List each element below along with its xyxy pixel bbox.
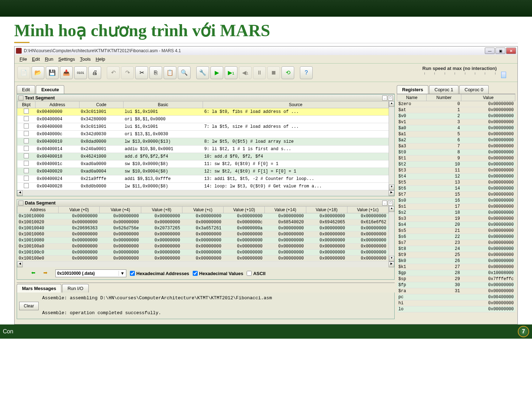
chevron-down-icon[interactable]: ▼ [119, 271, 125, 276]
register-row[interactable]: $ra310x00000000 [397, 288, 515, 294]
register-row[interactable]: $s7230x00000000 [397, 240, 515, 246]
register-row[interactable]: $t3110x00000000 [397, 168, 515, 174]
hex-addresses-checkbox[interactable]: Hexadecimal Addresses [130, 271, 189, 276]
register-row[interactable]: $s3190x00000000 [397, 216, 515, 222]
find-icon[interactable]: 🔍 [178, 66, 191, 79]
register-row[interactable]: $k0260x00000000 [397, 258, 515, 264]
scroll-up-icon[interactable]: ▲ [389, 206, 394, 212]
step-icon[interactable]: ▶₁ [225, 66, 237, 79]
register-row[interactable]: $t6140x00000000 [397, 186, 515, 192]
breakpoint-checkbox[interactable] [24, 146, 29, 151]
maximize-button[interactable]: ▣ [495, 48, 505, 54]
help-icon[interactable]: ? [300, 66, 313, 79]
register-row[interactable]: $s0160x00000000 [397, 198, 515, 204]
scroll-down-icon[interactable]: ▼ [389, 256, 394, 262]
data-seg-hscroll[interactable]: ◀ ▶ [17, 262, 394, 267]
data-seg-row[interactable]: 0x100100600x000000000x000000000x00000000… [17, 231, 389, 237]
open-file-icon[interactable]: 📂 [32, 66, 44, 79]
register-row[interactable]: $s2180x00000000 [397, 210, 515, 216]
maximize-panel-icon[interactable]: □ [388, 201, 393, 206]
register-row[interactable]: $t4120x00000000 [397, 174, 515, 180]
data-seg-row[interactable]: 0x100100c00x000000000x000000000x00000000… [17, 250, 389, 256]
breakpoint-checkbox[interactable] [24, 183, 29, 188]
tab-execute[interactable]: Execute [36, 85, 64, 94]
minimize-panel-icon[interactable]: _ [382, 95, 387, 100]
text-seg-row[interactable]: 0x004000200xad0a0004sw $10,0x0004($8) 12… [17, 168, 389, 175]
menu-help[interactable]: Help [94, 56, 108, 62]
text-seg-hscroll[interactable]: ◀ ▶ [17, 190, 394, 196]
save-as-icon[interactable]: 📥 [60, 66, 73, 79]
minimize-button[interactable]: — [485, 48, 495, 54]
register-row[interactable]: $s6220x00000000 [397, 234, 515, 240]
tab-coproc0[interactable]: Coproc 0 [459, 85, 489, 94]
redo-icon[interactable]: ↷ [121, 66, 134, 79]
register-row[interactable]: $zero00x00000000 [397, 101, 515, 107]
register-row[interactable]: $s4200x00000000 [397, 222, 515, 228]
register-row[interactable]: hi0x00000000 [397, 300, 515, 306]
hex-val-input[interactable] [193, 271, 198, 276]
register-row[interactable]: $t8240x00000000 [397, 246, 515, 252]
register-row[interactable]: $t7150x00000000 [397, 192, 515, 198]
register-row[interactable]: $gp280x10008000 [397, 270, 515, 276]
scroll-right-icon[interactable]: ▶ [389, 262, 394, 267]
data-seg-row[interactable]: 0x100100e00x000000000x000000000x00000000… [17, 256, 389, 262]
minimize-panel-icon[interactable]: _ [382, 201, 387, 206]
text-seg-row[interactable]: 0x004000100x8dad0000lw $13,0x0000($13) 8… [17, 138, 389, 146]
text-seg-vscroll[interactable]: ▲ ▼ [389, 101, 394, 190]
breakpoint-checkbox[interactable] [24, 131, 29, 136]
slider-thumb[interactable] [501, 72, 506, 78]
register-row[interactable]: $t9250x00000000 [397, 252, 515, 258]
menu-file[interactable]: File [17, 56, 29, 62]
ascii-input[interactable] [247, 271, 252, 276]
scroll-right-icon[interactable]: ▶ [389, 190, 394, 196]
step-back-icon[interactable]: ◀₁ [239, 66, 252, 79]
paste-icon[interactable]: 📋 [164, 66, 176, 79]
clear-button[interactable]: Clear [19, 302, 39, 310]
tab-edit[interactable]: Edit [17, 85, 35, 94]
register-row[interactable]: pc0x00400000 [397, 294, 515, 300]
register-row[interactable]: $t5130x00000000 [397, 180, 515, 186]
register-row[interactable]: $fp300x00000000 [397, 282, 515, 288]
data-seg-row[interactable]: 0x100100000x000000000x000000000x00000000… [17, 213, 389, 219]
register-row[interactable]: $t2100x00000000 [397, 162, 515, 168]
register-row[interactable]: $sp290x7fffeffc [397, 276, 515, 282]
text-seg-row[interactable]: 0x004000280x8d0b0000lw $11,0x0000($8) 14… [17, 183, 389, 190]
maximize-panel-icon[interactable]: □ [388, 95, 393, 100]
scroll-left-icon[interactable]: ◀ [17, 190, 23, 196]
address-range-combo[interactable]: 0x10010000 (.data) ▼ [55, 269, 126, 277]
title-bar[interactable]: D:\HN\courses\ComputerArchitecture\KTMT\… [15, 47, 517, 55]
data-seg-row[interactable]: 0x100100200x000000000x000000000x00000000… [17, 219, 389, 225]
text-seg-row[interactable]: 0x004000240x21a9fffeaddi $9,$13,0xfffe 1… [17, 175, 389, 183]
text-seg-row[interactable]: 0x004000180x46241000add.d $f0,$f2,$f4 10… [17, 153, 389, 160]
scroll-left-icon[interactable]: ◀ [17, 262, 23, 267]
register-row[interactable]: $a370x00000000 [397, 143, 515, 149]
register-row[interactable]: $at10x00000000 [397, 107, 515, 113]
ascii-checkbox[interactable]: ASCII [247, 271, 265, 276]
menu-settings[interactable]: Settings [56, 56, 77, 62]
copy-icon[interactable]: ⎘ [149, 66, 162, 79]
prev-address-button[interactable]: ⬅ [31, 270, 40, 277]
hex-values-checkbox[interactable]: Hexadecimal Values [193, 271, 243, 276]
reset-icon[interactable]: ⟲ [281, 66, 294, 79]
print-icon[interactable]: 🖨 [88, 66, 101, 79]
scroll-up-icon[interactable]: ▲ [389, 101, 394, 107]
register-row[interactable]: lo0x00000000 [397, 306, 515, 312]
data-seg-row[interactable]: 0x100100400x206963630x626d756e0x20737265… [17, 225, 389, 231]
data-seg-vscroll[interactable]: ▲ ▼ [389, 206, 394, 262]
run-icon[interactable]: ▶ [210, 66, 223, 79]
text-seg-row[interactable]: 0x004000040x34280000ori $8,$1,0x0000 [17, 116, 389, 123]
hex-addr-input[interactable] [130, 271, 135, 276]
register-row[interactable]: $k1270x00000000 [397, 264, 515, 270]
register-row[interactable]: $s5210x00000000 [397, 228, 515, 234]
text-seg-row[interactable]: 0x0040001c0xad0a0000sw $10,0x0000($8) 11… [17, 160, 389, 168]
register-row[interactable]: $a260x00000000 [397, 137, 515, 143]
breakpoint-checkbox[interactable] [24, 161, 29, 166]
register-row[interactable]: $a150x00000000 [397, 131, 515, 137]
breakpoint-checkbox[interactable] [24, 168, 29, 173]
register-row[interactable]: $a040x00000000 [397, 125, 515, 131]
data-seg-row[interactable]: 0x100100a00x000000000x000000000x00000000… [17, 244, 389, 250]
menu-tools[interactable]: Tools [78, 56, 93, 62]
breakpoint-checkbox[interactable] [24, 116, 29, 121]
text-seg-row[interactable]: 0x004000080x3c011001lui $1,0x1001 7: la … [17, 123, 389, 131]
breakpoint-checkbox[interactable] [24, 176, 29, 181]
